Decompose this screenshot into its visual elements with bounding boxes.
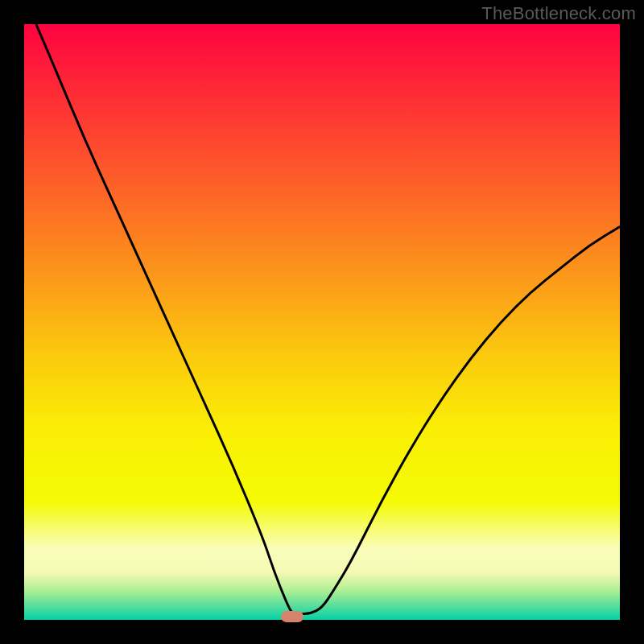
optimum-marker-icon	[281, 611, 303, 622]
plot-area	[24, 24, 620, 620]
watermark-text: TheBottleneck.com	[481, 3, 636, 24]
chart-svg	[24, 24, 620, 620]
gradient-background	[24, 24, 620, 620]
chart-frame: TheBottleneck.com	[0, 0, 644, 644]
